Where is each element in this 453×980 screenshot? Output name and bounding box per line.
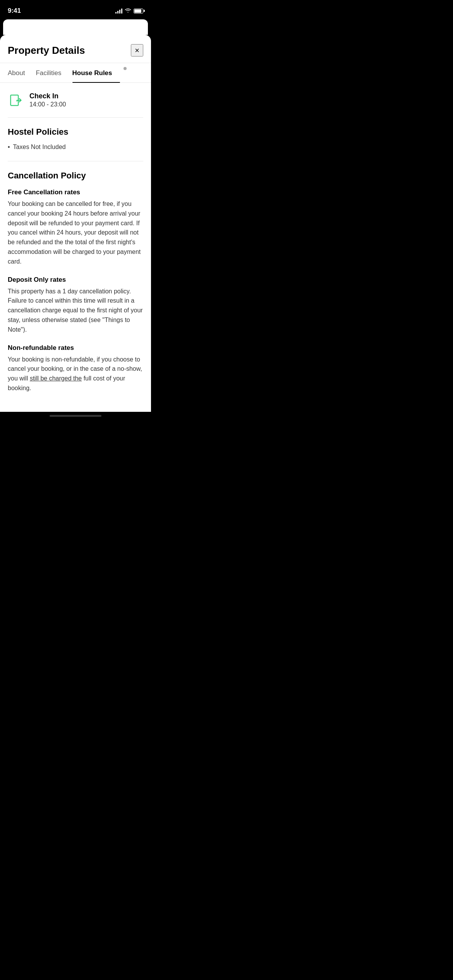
deposit-only-subsection: Deposit Only rates This property has a 1… — [8, 276, 143, 335]
home-indicator — [0, 412, 151, 425]
free-cancellation-text: Your booking can be cancelled for free, … — [8, 199, 143, 267]
hostel-policies-section: Hostel Policies Taxes Not Included — [8, 118, 143, 161]
deposit-only-text: This property has a 1 day cancellation p… — [8, 287, 143, 335]
modal-header: Property Details × — [0, 35, 151, 63]
non-refundable-title: Non-refundable rates — [8, 344, 143, 352]
hostel-policy-item: Taxes Not Included — [8, 142, 143, 152]
check-in-icon — [8, 93, 23, 108]
battery-icon — [134, 9, 143, 14]
check-in-section: Check In 14:00 - 23:00 — [8, 83, 143, 118]
free-cancellation-title: Free Cancellation rates — [8, 188, 143, 196]
free-cancellation-subsection: Free Cancellation rates Your booking can… — [8, 188, 143, 267]
status-time: 9:41 — [8, 7, 21, 15]
home-bar — [50, 415, 101, 417]
tab-indicator-dot — [124, 67, 127, 70]
tab-house-rules[interactable]: House Rules — [72, 63, 120, 82]
modal-title: Property Details — [8, 45, 85, 57]
check-in-time: 14:00 - 23:00 — [29, 101, 66, 108]
status-icons — [115, 8, 143, 14]
hostel-policies-title: Hostel Policies — [8, 127, 143, 137]
non-refundable-subsection: Non-refundable rates Your booking is non… — [8, 344, 143, 393]
modal-sheet: Property Details × About Facilities Hous… — [0, 35, 151, 412]
check-in-label: Check In — [29, 92, 66, 100]
status-bar: 9:41 — [0, 0, 151, 19]
close-button[interactable]: × — [131, 44, 143, 57]
wifi-icon — [125, 8, 131, 14]
cancellation-policy-title: Cancellation Policy — [8, 171, 143, 181]
check-in-text: Check In 14:00 - 23:00 — [29, 92, 66, 108]
peek-bar — [3, 19, 148, 35]
non-refundable-text: Your booking is non-refundable, if you c… — [8, 355, 143, 393]
tabs-container: About Facilities House Rules — [0, 63, 151, 83]
deposit-only-title: Deposit Only rates — [8, 276, 143, 284]
tab-about[interactable]: About — [8, 63, 33, 82]
signal-icon — [115, 8, 122, 14]
cancellation-policy-section: Cancellation Policy Free Cancellation ra… — [8, 161, 143, 412]
tab-facilities[interactable]: Facilities — [36, 63, 69, 82]
svg-point-2 — [16, 100, 17, 101]
content-area: Check In 14:00 - 23:00 Hostel Policies T… — [0, 83, 151, 412]
